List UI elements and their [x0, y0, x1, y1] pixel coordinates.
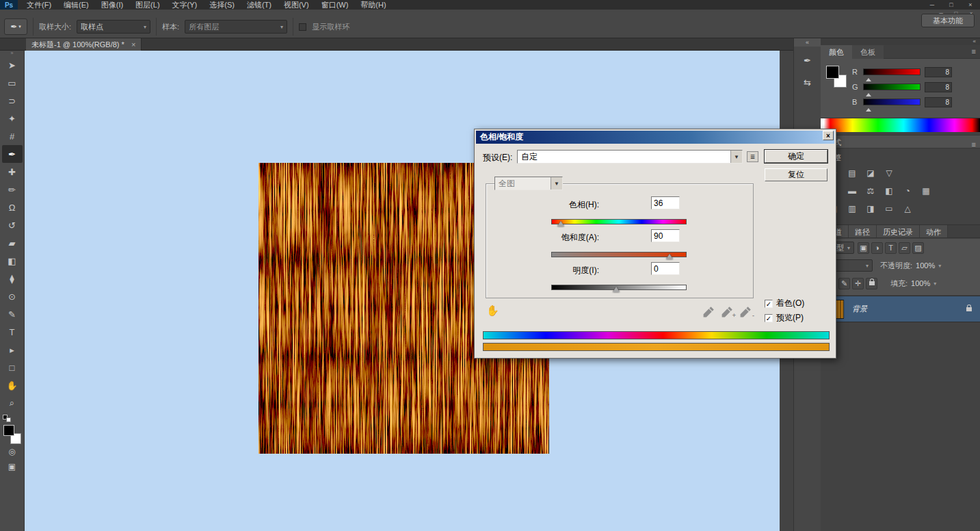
tools-panel-header[interactable]: »	[0, 51, 24, 56]
type-tool[interactable]: T	[2, 323, 23, 341]
sample-eyedropper-icon[interactable]	[703, 306, 717, 318]
hue-input[interactable]	[651, 196, 680, 209]
menu-filter[interactable]: 滤镜(T)	[241, 1, 278, 9]
hue-slider[interactable]	[551, 219, 687, 224]
chevron-down-icon[interactable]: ▼	[551, 177, 562, 190]
marquee-tool[interactable]: ▭	[2, 74, 23, 92]
opacity-value[interactable]: 100%	[916, 261, 935, 270]
crop-tool[interactable]: #	[2, 127, 23, 145]
foreground-color-swatch[interactable]	[3, 425, 14, 436]
default-colors-icon[interactable]	[3, 415, 11, 422]
gradient-tool[interactable]: ◧	[2, 252, 23, 270]
document-tab[interactable]: 未标题-1 @ 100%(RGB/8) * ×	[26, 38, 142, 51]
channel-b-slider[interactable]	[863, 99, 921, 105]
sample-size-dropdown[interactable]: 取样点 ▾	[77, 20, 150, 34]
menu-image[interactable]: 图像(I)	[95, 1, 129, 9]
collapsed-panel-icon-2[interactable]: ⇆	[799, 74, 817, 90]
current-tool-icon[interactable]: ✒ ▾	[4, 18, 27, 35]
adjustment-levels-icon[interactable]: ▤	[845, 166, 860, 180]
adjustment-exposure-icon[interactable]: ▽	[882, 166, 897, 180]
adjustment-gradient-map-icon[interactable]: ▭	[882, 202, 897, 216]
menu-help[interactable]: 帮助(H)	[354, 1, 392, 9]
menu-select[interactable]: 选择(S)	[203, 1, 241, 9]
adjustment-posterize-icon[interactable]: ▥	[845, 202, 860, 216]
smart-filter-icon[interactable]: ▨	[912, 242, 924, 254]
dodge-tool[interactable]: ⊙	[2, 287, 23, 305]
foreground-color-swatch[interactable]	[826, 66, 839, 79]
adjustment-black-white-icon[interactable]: ◧	[882, 184, 897, 198]
adjustment-color-balance-icon[interactable]: ⚖	[863, 184, 878, 198]
adjustment-channel-mixer-icon[interactable]: ▦	[918, 184, 933, 198]
healing-brush-tool[interactable]: ✚	[2, 163, 23, 181]
close-tab-icon[interactable]: ×	[131, 40, 135, 49]
colorize-checkbox[interactable]	[765, 300, 773, 308]
channel-g-slider[interactable]	[863, 83, 921, 90]
screen-mode-button[interactable]: ▣	[2, 459, 23, 474]
collapse-dock-button[interactable]: «	[821, 38, 980, 45]
collapsed-panel-icon-1[interactable]: ✒	[799, 52, 817, 68]
lightness-input[interactable]	[651, 262, 680, 275]
dialog-titlebar[interactable]: 色相/饱和度	[476, 131, 834, 144]
tab-history[interactable]: 历史记录	[877, 225, 920, 238]
tab-paths[interactable]: 路径	[849, 225, 877, 238]
brush-tool[interactable]: ✏	[2, 181, 23, 198]
preset-menu-button[interactable]: ≣	[747, 151, 758, 162]
tab-actions[interactable]: 动作	[920, 225, 948, 238]
subtract-sample-eyedropper-icon[interactable]: -	[740, 306, 754, 318]
shape-tool[interactable]: □	[2, 359, 23, 376]
preview-checkbox[interactable]	[765, 314, 773, 322]
channel-g-value[interactable]: 8	[925, 82, 952, 92]
channel-r-slider[interactable]	[863, 68, 921, 75]
zoom-tool[interactable]: ⌕	[2, 394, 23, 412]
panel-color-swatches[interactable]	[826, 66, 847, 88]
panel-menu-icon[interactable]: ≡	[972, 138, 976, 151]
clone-stamp-tool[interactable]: Ω	[2, 198, 23, 216]
path-selection-tool[interactable]: ▸	[2, 341, 23, 359]
layer-row-background[interactable]: 背景	[821, 296, 980, 322]
dialog-close-button[interactable]: ×	[823, 131, 834, 140]
history-brush-tool[interactable]: ↺	[2, 216, 23, 234]
quick-mask-button[interactable]: ◎	[2, 444, 23, 459]
adjustment-curves-icon[interactable]: ◪	[863, 166, 878, 180]
panel-menu-icon[interactable]: ≡	[972, 47, 976, 55]
move-tool[interactable]: ➤	[2, 56, 23, 74]
type-filter-icon[interactable]: T	[885, 242, 897, 254]
workspace-switcher-button[interactable]: 基本功能	[921, 14, 975, 27]
color-spectrum-ramp[interactable]	[821, 118, 980, 132]
lightness-slider-thumb[interactable]	[613, 283, 620, 292]
channel-dropdown[interactable]: 全图 ▼	[494, 177, 563, 190]
tab-color[interactable]: 颜色	[821, 45, 852, 59]
fill-value[interactable]: 100%	[911, 279, 930, 287]
minimize-button[interactable]: ─	[923, 1, 942, 10]
menu-window[interactable]: 窗口(W)	[315, 1, 355, 9]
expand-dock-button[interactable]: «	[794, 38, 821, 47]
pen-tool[interactable]: ✎	[2, 305, 23, 323]
adjustment-threshold-icon[interactable]: ◨	[863, 202, 878, 216]
close-button[interactable]: ×	[961, 1, 980, 10]
styles-panel-header[interactable]: 样式 ≡	[821, 135, 980, 148]
eyedropper-tool[interactable]: ✒	[2, 145, 23, 163]
adjustment-photo-filter-icon[interactable]: ◔	[900, 184, 915, 198]
lock-pixels-icon[interactable]: ✎	[838, 278, 850, 289]
blur-tool[interactable]: ⧫	[2, 270, 23, 287]
maximize-button[interactable]: □	[942, 1, 961, 10]
chevron-down-icon[interactable]: ▼	[730, 151, 742, 163]
adjustment-hue-saturation-icon[interactable]: ▬	[845, 184, 860, 198]
hand-tool[interactable]: ✋	[2, 376, 23, 394]
lasso-tool[interactable]: ⊃	[2, 92, 23, 109]
hue-slider-thumb[interactable]	[557, 218, 564, 226]
preset-dropdown[interactable]: 自定 ▼	[517, 150, 743, 164]
lock-position-icon[interactable]: ✛	[852, 278, 864, 289]
saturation-input[interactable]	[651, 229, 680, 242]
menu-view[interactable]: 视图(V)	[278, 1, 315, 9]
ok-button[interactable]: 确定	[765, 150, 827, 163]
sample-dropdown[interactable]: 所有图层 ▾	[185, 20, 287, 34]
eraser-tool[interactable]: ▰	[2, 234, 23, 252]
adjustment-filter-icon[interactable]: ◑	[871, 242, 883, 254]
targeted-adjustment-icon[interactable]: ✋	[486, 305, 499, 317]
tab-swatches[interactable]: 色板	[852, 45, 884, 59]
lock-all-icon[interactable]	[866, 278, 877, 289]
shape-filter-icon[interactable]: ▱	[899, 242, 910, 254]
menu-layer[interactable]: 图层(L)	[129, 1, 165, 9]
quick-selection-tool[interactable]: ✦	[2, 109, 23, 127]
